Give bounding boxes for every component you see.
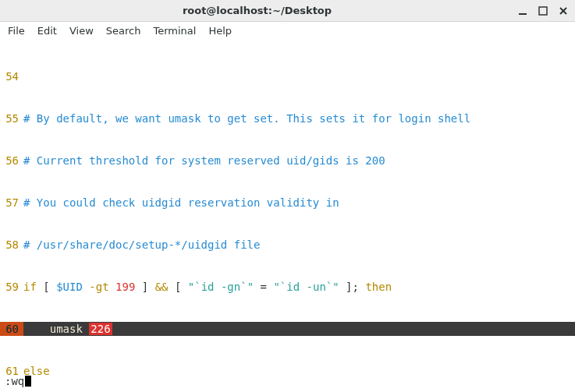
maximize-icon[interactable] bbox=[536, 4, 550, 18]
menu-edit[interactable]: Edit bbox=[37, 25, 57, 37]
line-number: 56 bbox=[0, 154, 23, 168]
code-line: # By default, we want umask to get set. … bbox=[23, 111, 575, 125]
line-number: 58 bbox=[0, 238, 23, 252]
titlebar: root@localhost:~/Desktop bbox=[0, 0, 575, 22]
vim-command-line[interactable]: :wq bbox=[5, 375, 31, 387]
window-title: root@localhost:~/Desktop bbox=[5, 5, 509, 16]
command-text: :wq bbox=[5, 375, 24, 387]
menu-terminal[interactable]: Terminal bbox=[153, 25, 196, 37]
line-number: 59 bbox=[0, 280, 23, 294]
code-line: # /usr/share/doc/setup-*/uidgid file bbox=[23, 238, 575, 252]
line-number: 60 bbox=[0, 322, 23, 336]
menu-search[interactable]: Search bbox=[106, 25, 141, 37]
line-number: 57 bbox=[0, 196, 23, 210]
code-line bbox=[23, 69, 575, 83]
current-line: 60 umask 226 bbox=[0, 322, 575, 336]
code-line: else bbox=[23, 364, 575, 378]
menubar: File Edit View Search Terminal Help bbox=[0, 22, 575, 41]
line-number: 55 bbox=[0, 111, 23, 125]
menu-help[interactable]: Help bbox=[208, 25, 232, 37]
close-icon[interactable] bbox=[556, 4, 570, 18]
editor-area[interactable]: 54 55# By default, we want umask to get … bbox=[0, 41, 575, 392]
line-number: 54 bbox=[0, 69, 23, 83]
code-line: if [ $UID -gt 199 ] && [ "`id -gn`" = "`… bbox=[23, 280, 575, 294]
code-line: # You could check uidgid reservation val… bbox=[23, 196, 575, 210]
svg-rect-1 bbox=[539, 7, 547, 15]
code-line: # Current threshold for system reserved … bbox=[23, 154, 575, 168]
cursor-icon bbox=[25, 376, 31, 387]
menu-file[interactable]: File bbox=[8, 25, 25, 37]
minimize-icon[interactable] bbox=[516, 4, 530, 18]
code-line: umask 226 bbox=[23, 322, 575, 336]
search-highlight: 226 bbox=[89, 323, 112, 335]
menu-view[interactable]: View bbox=[69, 25, 94, 37]
